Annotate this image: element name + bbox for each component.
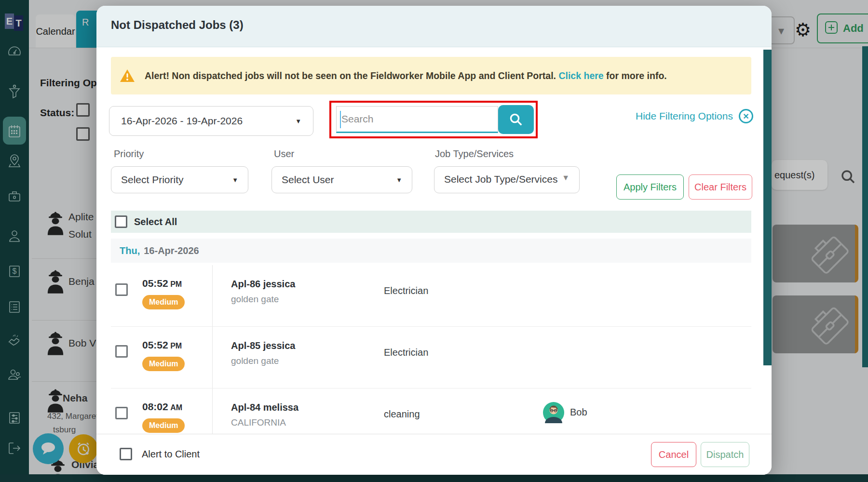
job-row[interactable]: 05:52 PM Medium Apl-85 jessica golden ga… [111,327,751,388]
job-assignee-cell [543,327,751,388]
modal-scrollbar[interactable] [763,50,772,365]
user-select[interactable]: Select User ▼ [271,166,412,193]
date-range-value: 16-Apr-2026 - 19-Apr-2026 [121,115,243,127]
circle-x-icon: ✕ [739,109,753,123]
clear-filters-button[interactable]: Clear Filters [689,174,752,200]
chevron-down-icon: ▼ [232,176,238,184]
user-value: Select User [282,174,334,186]
modal-footer: Alert to Client Cancel Dispatch [96,434,772,475]
select-all-checkbox[interactable] [115,215,127,228]
app-root: Calendar R Filtering Opt Status: Aplite … [0,0,868,482]
job-title[interactable]: Apl-86 jessica [231,279,384,290]
job-details: Apl-86 jessica golden gate Electrician [212,265,751,326]
job-time-cell: 08:02 AM Medium [139,388,212,434]
job-assignee-cell [543,265,751,326]
priority-label: Priority [114,148,144,160]
priority-badge: Medium [142,418,185,433]
job-time: 05:52 [142,339,168,350]
modal-title: Not Dispatched Jobs (3) [111,18,244,32]
job-checkbox-cell [111,388,139,434]
job-meridiem: PM [170,342,182,350]
priority-select[interactable]: Select Priority ▼ [111,166,248,193]
priority-badge: Medium [142,295,185,309]
job-list: 05:52 PM Medium Apl-86 jessica golden ga… [111,265,751,434]
chevron-down-icon: ▼ [295,118,301,125]
job-checkbox[interactable] [115,345,128,358]
job-title[interactable]: Apl-84 melissa [231,402,384,413]
job-details: Apl-85 jessica golden gate Electrician [212,327,751,388]
job-time: 08:02 [142,401,168,412]
annotation-highlight [329,101,538,138]
jobtype-select[interactable]: Select Job Type/Services ▼ [434,166,580,193]
job-service: Electrician [384,327,543,388]
job-time-cell: 05:52 PM Medium [139,327,212,388]
job-location: CALIFORNIA [231,417,384,428]
job-row[interactable]: 05:52 PM Medium Apl-86 jessica golden ga… [111,265,751,327]
assignee-name: Bob [570,407,587,418]
job-main-cell: Apl-86 jessica golden gate [213,265,384,326]
chevron-down-icon: ▼ [562,174,570,182]
dispatch-button[interactable]: Dispatch [701,442,749,467]
job-meridiem: AM [170,403,182,412]
chevron-down-icon: ▼ [396,176,402,184]
job-assignee-cell: Bob [543,388,751,434]
hide-filtering-options-link[interactable]: Hide Filtering Options ✕ [636,109,762,123]
date-label: 16-Apr-2026 [144,245,199,256]
jobtype-value: Select Job Type/Services [444,174,557,185]
day-label: Thu, [120,245,140,256]
click-here-link[interactable]: Click here [558,70,603,81]
alert-text-suffix: for more info. [606,70,667,81]
user-label: User [274,148,294,160]
job-details: Apl-84 melissa CALIFORNIA cleaning Bob [212,388,751,434]
apply-filters-button[interactable]: Apply Filters [616,174,684,200]
job-location: golden gate [231,294,384,305]
alert-to-client-label: Alert to Client [142,449,200,460]
job-checkbox-cell [111,327,139,388]
warning-icon [120,68,135,83]
alert-text: Alert! Non dispatched jobs will not be s… [145,70,667,81]
job-time: 05:52 [142,278,168,289]
job-main-cell: Apl-84 melissa CALIFORNIA [213,388,384,434]
hide-filtering-label: Hide Filtering Options [636,110,733,122]
job-meridiem: PM [170,280,182,288]
job-service: cleaning [384,388,543,434]
job-time-cell: 05:52 PM Medium [139,265,212,326]
job-row[interactable]: 08:02 AM Medium Apl-84 melissa CALIFORNI… [111,388,751,434]
job-main-cell: Apl-85 jessica golden gate [213,327,384,388]
alert-to-client: Alert to Client [120,448,200,460]
alert-banner: Alert! Non dispatched jobs will not be s… [111,57,751,94]
jobtype-label: Job Type/Services [435,148,514,160]
job-checkbox[interactable] [115,283,128,296]
job-title[interactable]: Apl-85 jessica [231,340,384,351]
date-group-header: Thu, 16-Apr-2026 [111,239,751,263]
cancel-button[interactable]: Cancel [651,442,696,467]
job-location: golden gate [231,356,384,366]
alert-text-main: Alert! Non dispatched jobs will not be s… [145,70,556,81]
select-all-label: Select All [134,216,177,228]
job-checkbox-cell [111,265,139,326]
alert-to-client-checkbox[interactable] [120,448,132,460]
priority-value: Select Priority [121,174,184,186]
date-range-select[interactable]: 16-Apr-2026 - 19-Apr-2026 ▼ [109,106,313,136]
job-service: Electrician [384,265,543,326]
not-dispatched-jobs-modal: Not Dispatched Jobs (3) ✕ Alert! Non dis… [96,6,772,475]
select-all-bar: Select All [111,211,751,233]
job-checkbox[interactable] [115,407,128,419]
assignee-avatar [543,402,564,423]
priority-badge: Medium [142,357,185,371]
